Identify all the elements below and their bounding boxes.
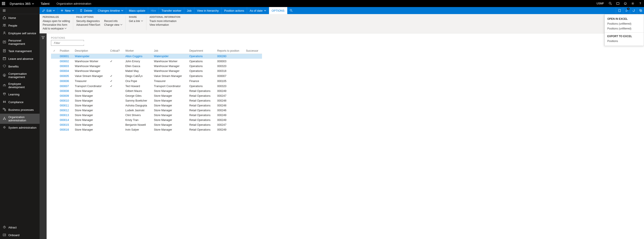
- open-excel-item[interactable]: Positions (unfiltered): [605, 26, 644, 31]
- nav-item-learn[interactable]: Learning: [0, 90, 40, 98]
- edit-button[interactable]: Edit: [40, 7, 58, 14]
- nav-item-org[interactable]: Organization administration: [0, 114, 40, 124]
- table-row[interactable]: 000014Store ManagerKristy TranStore Mana…: [51, 118, 262, 122]
- position-link[interactable]: 000010: [60, 99, 69, 102]
- column-header[interactable]: Reports to position: [215, 48, 244, 54]
- view-info-link[interactable]: View information: [150, 23, 180, 26]
- table-row[interactable]: 000006Treasurer✓Ora PopeTreasurerFinance…: [51, 78, 262, 84]
- change-view-link[interactable]: Change view: [104, 23, 122, 26]
- position-link[interactable]: 000005: [60, 74, 69, 78]
- position-link[interactable]: 000008: [60, 90, 69, 92]
- new-button[interactable]: New: [58, 7, 77, 14]
- feedback-icon[interactable]: [622, 0, 629, 7]
- position-link[interactable]: 000003: [60, 65, 69, 68]
- record-info-link[interactable]: Record info: [104, 20, 122, 23]
- table-row[interactable]: 000015Store ManagerBenjamin NowellStore …: [51, 122, 262, 127]
- column-header[interactable]: Department: [187, 48, 215, 54]
- open-excel-item[interactable]: Positions (unfiltered): [605, 21, 644, 26]
- position-link[interactable]: 000013: [60, 114, 69, 117]
- nav-item-onboard[interactable]: Onboard: [0, 231, 40, 239]
- app-launcher-icon[interactable]: [0, 0, 7, 7]
- nav-item-biz[interactable]: Business processes: [0, 106, 40, 114]
- nav-item-home[interactable]: Home: [0, 14, 40, 22]
- column-header[interactable]: Critical?: [108, 48, 123, 54]
- export-excel-item[interactable]: Positions: [605, 39, 644, 44]
- position-link[interactable]: 000014: [60, 118, 69, 122]
- view-hierarchy-button[interactable]: View in hierarchy: [194, 7, 222, 14]
- table-row[interactable]: 000007Transport Coordinator✓Ted HowardTr…: [51, 84, 262, 88]
- table-row[interactable]: 000016Store ManagerIrvin SalyerStore Man…: [51, 127, 262, 132]
- nav-toggle[interactable]: [0, 7, 40, 14]
- nav-item-attract[interactable]: Attract: [0, 224, 40, 231]
- filter-pane-toggle[interactable]: [40, 34, 46, 239]
- nav-item-benefits[interactable]: Benefits: [0, 63, 40, 70]
- personalize-form-link[interactable]: Personalize this form: [43, 23, 70, 26]
- nav-item-dev[interactable]: Employee development: [0, 80, 40, 90]
- job-button[interactable]: Job: [184, 7, 194, 14]
- attachments-icon[interactable]: 0: [623, 7, 630, 14]
- department-cell: Retail Operations: [187, 118, 215, 122]
- position-link[interactable]: 000002: [60, 60, 69, 63]
- nav-item-sys[interactable]: System administration: [0, 124, 40, 132]
- table-row[interactable]: 000004Warehouse ManagerMabel MayWarehous…: [51, 68, 262, 74]
- table-row[interactable]: 000001WaterspiderAlton CogginsWaterspide…: [51, 54, 262, 59]
- position-link[interactable]: 000016: [60, 128, 69, 131]
- help-icon[interactable]: ?: [636, 0, 644, 7]
- product-label[interactable]: Talent: [37, 2, 54, 6]
- table-row[interactable]: 000011Store ManagerAshoka DasguptaStore …: [51, 103, 262, 108]
- position-actions-button[interactable]: Position actions: [222, 7, 247, 14]
- mass-update-button[interactable]: Mass update: [126, 7, 148, 14]
- get-link-link[interactable]: Get a link: [129, 20, 143, 23]
- table-row[interactable]: 000010Store ManagerSammy BoettcherStore …: [51, 98, 262, 103]
- brand-dropdown[interactable]: Dynamics 365: [7, 2, 37, 6]
- position-link[interactable]: 000007: [60, 85, 69, 88]
- as-of-date-button[interactable]: As of date: [247, 7, 269, 14]
- security-diagnostics-link[interactable]: Security diagnostics: [76, 20, 100, 23]
- add-workspace-link[interactable]: Add to workspace: [43, 27, 70, 30]
- column-header[interactable]: Position: [58, 48, 72, 54]
- legal-entity[interactable]: USMF: [594, 2, 607, 5]
- column-header[interactable]: Successor: [244, 48, 262, 54]
- nav-item-self[interactable]: Employee self service: [0, 30, 40, 37]
- nav-item-comp[interactable]: $Compensation management: [0, 70, 40, 80]
- position-link[interactable]: 000011: [60, 104, 69, 107]
- transfer-worker-button[interactable]: Transfer worker: [159, 7, 184, 14]
- nav-item-leave[interactable]: Leave and absence: [0, 55, 40, 63]
- messages-icon[interactable]: [614, 0, 622, 7]
- column-header[interactable]: Description: [72, 48, 108, 54]
- gear-icon[interactable]: [629, 0, 636, 7]
- position-link[interactable]: 000001: [60, 55, 69, 58]
- office-icon[interactable]: [616, 7, 623, 14]
- table-row[interactable]: 000002Warehouse Worker✓John EmoryWarehou…: [51, 59, 262, 64]
- position-link[interactable]: 000006: [60, 80, 69, 83]
- checkmark-icon[interactable]: ✓: [53, 49, 56, 52]
- table-row[interactable]: 000012Store ManagerLudwik JasinskiStore …: [51, 108, 262, 113]
- search-icon[interactable]: [607, 0, 614, 7]
- table-row[interactable]: 000003Warehouse ManagerEllen GascaWareho…: [51, 64, 262, 68]
- refresh-icon[interactable]: [630, 7, 637, 14]
- action-search-icon[interactable]: [287, 9, 295, 12]
- popout-icon[interactable]: [637, 7, 644, 14]
- position-link[interactable]: 000004: [60, 70, 69, 72]
- grid-filter-input[interactable]: [54, 41, 91, 45]
- table-row[interactable]: 000008Store ManagerGilbert MauroStore Ma…: [51, 88, 262, 94]
- always-open-editing-link[interactable]: Always open for editing: [43, 20, 70, 23]
- position-link[interactable]: 000015: [60, 123, 69, 126]
- delete-button[interactable]: Delete: [77, 7, 95, 14]
- position-link[interactable]: 000012: [60, 109, 69, 112]
- track-info-link[interactable]: Track more information: [150, 20, 180, 23]
- nav-item-personnel[interactable]: Personnel management: [0, 37, 40, 47]
- table-row[interactable]: 000009Store ManagerGeorge GilesStore Man…: [51, 94, 262, 98]
- column-header[interactable]: Worker: [123, 48, 152, 54]
- changes-timeline-button[interactable]: Changes timeline: [95, 7, 126, 14]
- advanced-filter-link[interactable]: Advanced Filter/Sort: [76, 23, 100, 26]
- options-tab[interactable]: OPTIONS: [269, 7, 288, 14]
- nav-item-people[interactable]: People: [0, 22, 40, 30]
- column-header[interactable]: Job: [152, 48, 187, 54]
- nav-item-task[interactable]: Task management: [0, 47, 40, 55]
- nav-item-compliance[interactable]: Compliance: [0, 98, 40, 106]
- table-row[interactable]: 000005Value Stream Manager✓Diego CabÃ¡nV…: [51, 74, 262, 78]
- position-link[interactable]: 000009: [60, 94, 69, 98]
- table-row[interactable]: 000013Store ManagerClint ShiversStore Ma…: [51, 113, 262, 118]
- grid-filter-box[interactable]: [51, 40, 84, 46]
